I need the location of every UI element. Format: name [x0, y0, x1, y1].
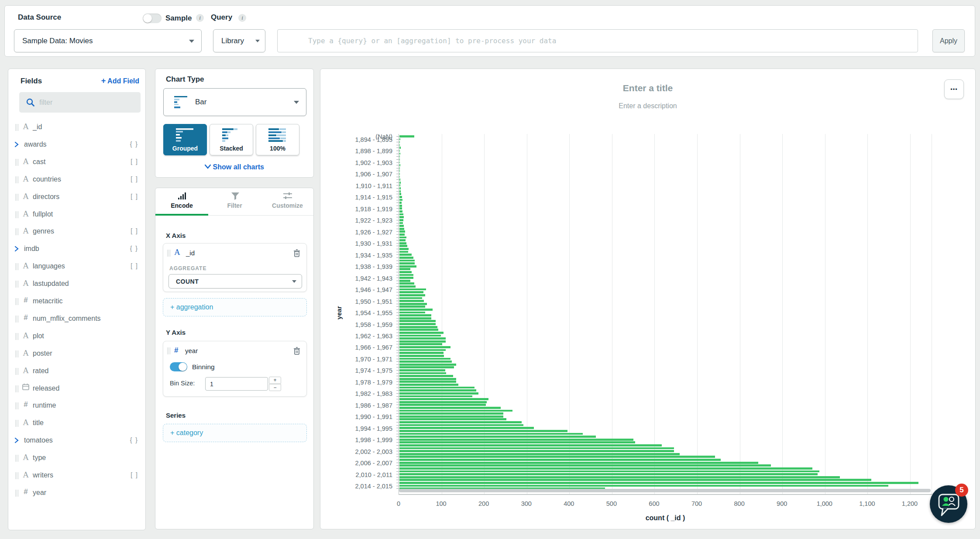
chart-description-placeholder[interactable]: Enter a description [320, 102, 975, 110]
field-item-genres[interactable]: Agenres[ ] [13, 223, 142, 240]
drag-handle-icon[interactable] [15, 194, 20, 201]
drag-handle-icon[interactable] [15, 472, 20, 479]
field-name: rated [33, 367, 48, 375]
drag-handle-icon[interactable] [15, 124, 20, 131]
apply-button[interactable]: Apply [932, 29, 965, 52]
drag-handle-icon[interactable] [15, 211, 20, 218]
query-input[interactable] [277, 29, 918, 52]
drag-handle-icon[interactable] [167, 347, 172, 354]
field-item-poster[interactable]: Aposter [13, 345, 142, 362]
y-axis-tick [396, 463, 399, 463]
drag-handle-icon[interactable] [15, 368, 20, 375]
field-item-_id[interactable]: A_id [13, 118, 142, 136]
bin-size-increment-button[interactable]: + [269, 377, 281, 384]
sample-toggle-knob [143, 14, 152, 23]
bar [399, 274, 413, 276]
query-info-icon[interactable]: i [238, 14, 246, 22]
field-item-type[interactable]: Atype [13, 449, 142, 467]
field-search-box[interactable] [19, 92, 141, 113]
customize-icon [283, 192, 292, 199]
y-tick-label: 1,922 - 1,923 [320, 217, 392, 224]
library-dropdown[interactable]: Library [213, 29, 265, 52]
drag-handle-icon[interactable] [15, 263, 20, 270]
y-axis-tick [396, 145, 399, 145]
field-filter-input[interactable] [39, 92, 135, 113]
field-item-title[interactable]: Atitle [13, 414, 142, 432]
field-item-lastupdated[interactable]: Alastupdated [13, 275, 142, 292]
drag-handle-icon[interactable] [15, 385, 20, 392]
drag-handle-icon[interactable] [15, 420, 20, 427]
chart-menu-button[interactable]: ••• [944, 79, 964, 99]
tab-customize[interactable]: Customize [261, 188, 314, 215]
drag-handle-icon[interactable] [15, 316, 20, 323]
field-item-cast[interactable]: Acast[ ] [13, 153, 142, 171]
field-item-languages[interactable]: Alanguages[ ] [13, 257, 142, 275]
drag-handle-icon[interactable] [15, 333, 20, 340]
add-category-button[interactable]: + category [163, 424, 307, 442]
field-name: runtime [33, 402, 56, 409]
tab-filter[interactable]: Filter [208, 188, 261, 215]
drag-handle-icon[interactable] [15, 490, 20, 497]
show-all-charts-link[interactable]: Show all charts [155, 163, 313, 171]
y-axis-tick [396, 353, 399, 353]
field-item-year[interactable]: #year [13, 484, 142, 501]
field-name: genres [33, 227, 54, 235]
bar [399, 260, 415, 262]
field-item-plot[interactable]: Aplot [13, 327, 142, 345]
bar [399, 381, 456, 383]
drag-handle-icon[interactable] [167, 250, 172, 257]
bar [399, 366, 454, 368]
sample-toggle[interactable] [143, 14, 162, 23]
field-item-released[interactable]: released [13, 380, 142, 397]
drag-handle-icon[interactable] [15, 402, 20, 409]
field-item-metacritic[interactable]: #metacritic [13, 292, 142, 310]
field-item-writers[interactable]: Awriters[ ] [13, 467, 142, 484]
field-item-tomatoes[interactable]: tomatoes{ } [13, 432, 142, 449]
y-tick-label: 1,986 - 1,987 [320, 402, 392, 409]
field-item-fullplot[interactable]: Afullplot [13, 206, 142, 223]
trash-icon[interactable] [293, 249, 300, 257]
chart-type-select[interactable]: Bar [163, 88, 306, 116]
horizontal-scrollbar[interactable] [399, 489, 931, 492]
chart-title-placeholder[interactable]: Enter a title [320, 83, 975, 93]
drag-handle-icon[interactable] [15, 350, 20, 357]
field-item-rated[interactable]: Arated [13, 362, 142, 380]
field-item-directors[interactable]: Adirectors[ ] [13, 188, 142, 206]
field-item-imdb[interactable]: imdb{ } [13, 240, 142, 257]
variant-stacked-button[interactable]: Stacked [210, 124, 253, 155]
series-label: Series [166, 412, 186, 419]
y-axis-tick [396, 367, 399, 367]
y-axis-tick [396, 234, 399, 235]
y-axis-tick [396, 179, 399, 180]
drag-handle-icon[interactable] [15, 281, 20, 288]
field-item-awards[interactable]: awards{ } [13, 136, 142, 153]
bar [399, 158, 400, 161]
field-item-countries[interactable]: Acountries[ ] [13, 171, 142, 188]
drag-handle-icon[interactable] [15, 455, 20, 462]
drag-handle-icon[interactable] [15, 176, 20, 183]
chat-widget[interactable]: 5 [930, 485, 967, 523]
binning-toggle[interactable] [170, 362, 187, 371]
drag-handle-icon[interactable] [15, 228, 20, 235]
field-item-runtime[interactable]: #runtime [13, 397, 142, 414]
add-aggregation-button[interactable]: + aggregation [163, 298, 307, 316]
bar [399, 237, 406, 239]
drag-handle-icon[interactable] [15, 159, 20, 166]
bar [399, 144, 400, 146]
field-item-num_mflix_comments[interactable]: #num_mflix_comments [13, 310, 142, 327]
drag-handle-icon[interactable] [15, 298, 20, 305]
sample-info-icon[interactable]: i [196, 14, 204, 22]
data-source-select[interactable]: Sample Data: Movies [14, 29, 202, 52]
y-axis-tick [396, 269, 399, 269]
add-field-button[interactable]: + Add Field [101, 76, 139, 86]
trash-icon[interactable] [293, 347, 300, 355]
bin-size-input[interactable] [205, 377, 268, 391]
x-tick-label: 500 [606, 500, 617, 507]
aggregate-select[interactable]: COUNT [168, 274, 302, 288]
variant-grouped-button[interactable]: Grouped [163, 124, 207, 155]
variant-100-button[interactable]: 100% [256, 124, 299, 155]
x-tick-label: 1,000 [817, 500, 832, 507]
bin-size-decrement-button[interactable]: − [269, 384, 281, 391]
y-axis-tick [396, 318, 399, 319]
tab-encode[interactable]: Encode [155, 188, 208, 215]
